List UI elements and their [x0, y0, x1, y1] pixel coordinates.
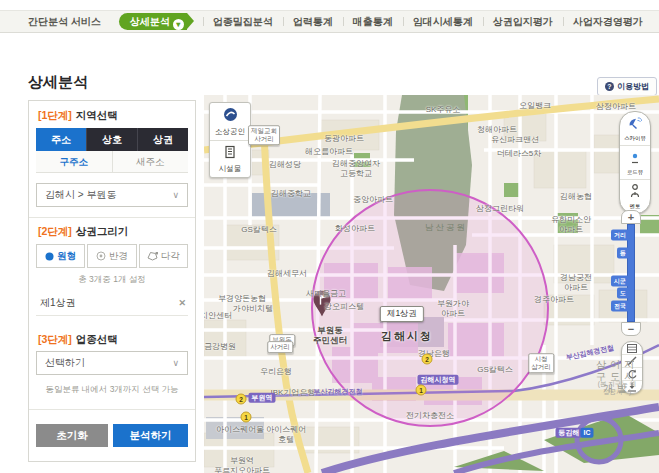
chevron-down-icon: ∨	[172, 358, 179, 368]
nav-item-5[interactable]: 임대시세통계	[403, 11, 483, 32]
panel-actions: 초기화 분석하기	[36, 424, 188, 447]
roadview-button[interactable]: 로드뷰	[620, 145, 650, 179]
zoom-level-badge: 전국	[611, 301, 629, 312]
delete-area-icon[interactable]: ✕	[178, 298, 188, 308]
map-view-control: 스카이뷰 로드뷰 멘토	[619, 111, 651, 214]
mentor-button[interactable]: 멘토	[620, 179, 650, 213]
chevron-down-icon: ∨	[172, 190, 179, 200]
region-select[interactable]: 김해시 > 부원동 ∨	[36, 183, 188, 207]
zoom-in-button[interactable]: +	[621, 210, 641, 224]
download-icon	[627, 382, 637, 392]
map-marker-pin	[313, 291, 331, 321]
radius-icon	[96, 251, 106, 261]
nav-item-2[interactable]: 업종밀집분석	[203, 11, 283, 32]
step2-heading: [2단계]상권그리기	[38, 225, 128, 239]
trade-area-label: 제1상권	[380, 306, 424, 322]
map-layer-control: 소상공인 시설물	[209, 102, 251, 178]
map-type-button[interactable]	[622, 342, 642, 354]
industry-hint: 동일분류 내에서 3개까지 선택 가능	[29, 384, 195, 396]
map-type-icon	[627, 344, 637, 353]
industry-select[interactable]: 선택하기 ∨	[36, 351, 188, 375]
analyze-button[interactable]: 분석하기	[113, 424, 188, 447]
small-business-icon	[223, 107, 238, 122]
skyview-icon	[628, 117, 642, 130]
map-tool-control	[621, 341, 643, 394]
nav-item-4[interactable]: 매출통계	[343, 11, 403, 32]
divider	[29, 409, 195, 410]
tab-address[interactable]: 주소	[36, 128, 86, 151]
address-subtabs: 구주소 새주소	[36, 151, 188, 173]
draw-tool-group: 원형 반경 다각	[36, 244, 188, 268]
download-button[interactable]	[622, 380, 642, 393]
step1-heading: [1단계]지역선택	[38, 109, 118, 123]
circle-filled-icon	[45, 252, 54, 261]
nav-item-3[interactable]: 업력통계	[283, 11, 343, 32]
zoom-level-badge: 거리	[611, 230, 629, 241]
undo-button[interactable]	[622, 367, 642, 380]
help-label: 이용방법	[617, 81, 649, 92]
measure-icon	[627, 356, 637, 366]
person-icon	[629, 184, 641, 198]
map-canvas[interactable]: 제1상권 소상공인 시설물	[204, 95, 659, 473]
subtab-old-address[interactable]: 구주소	[36, 151, 113, 172]
page-title: 상세분석	[28, 73, 88, 92]
tab-storename[interactable]: 상호	[86, 128, 137, 151]
area-list-item: 제1상권 ✕	[36, 291, 188, 316]
step3-heading: [3단계]업종선택	[38, 333, 118, 347]
help-icon: ?	[605, 82, 614, 91]
skyview-button[interactable]: 스카이뷰	[620, 112, 650, 145]
tab-tradearea[interactable]: 상권	[137, 128, 188, 151]
subtab-new-address[interactable]: 새주소	[113, 151, 189, 172]
zoom-level-badge: 시군	[611, 276, 629, 287]
tool-polygon-button[interactable]: 다각	[139, 244, 188, 268]
area-count-text: 총 3개중 1개 설정	[29, 274, 195, 286]
undo-icon	[627, 369, 637, 379]
area-name: 제1상권	[36, 296, 76, 310]
analysis-panel: [1단계]지역선택 주소 상호 상권 구주소 새주소 김해시 > 부원동 ∨ […	[28, 100, 196, 462]
building-icon	[223, 145, 237, 159]
reset-button[interactable]: 초기화	[36, 424, 108, 447]
top-navigation: 간단분석 서비스상세분석▾업종밀집분석업력통계매출통계임대시세통계상권입지평가사…	[0, 10, 659, 33]
tool-radius-button[interactable]: 반경	[87, 244, 136, 268]
map-artwork	[204, 95, 659, 473]
help-button[interactable]: ? 이용방법	[597, 77, 657, 96]
small-business-layer-button[interactable]: 소상공인	[210, 103, 250, 140]
nav-item-6[interactable]: 상권입지평가	[483, 11, 563, 32]
measure-button[interactable]	[622, 354, 642, 367]
step1-tabs: 주소 상호 상권	[36, 128, 188, 151]
nav-item-1[interactable]: 상세분석▾	[119, 13, 187, 30]
roadview-icon	[628, 150, 642, 164]
nav-item-0[interactable]: 간단분석 서비스	[18, 11, 111, 32]
expand-icon: ▾	[173, 19, 184, 30]
tool-circle-button[interactable]: 원형	[36, 244, 85, 268]
polygon-icon	[147, 251, 158, 261]
divider	[29, 217, 195, 218]
facilities-layer-button[interactable]: 시설물	[210, 140, 250, 177]
nav-item-7[interactable]: 사업자경영평가	[563, 11, 653, 32]
zoom-out-button[interactable]: −	[621, 322, 641, 336]
zoom-level-badge: 도	[617, 288, 629, 299]
zoom-level-badge: 동	[617, 248, 629, 259]
